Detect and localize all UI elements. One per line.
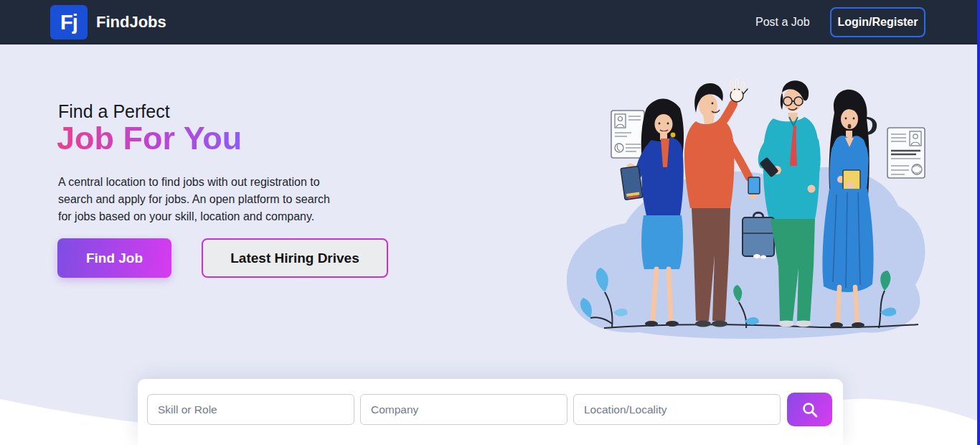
search-icon — [801, 400, 819, 419]
post-a-job-link[interactable]: Post a Job — [755, 0, 810, 44]
job-search-bar — [138, 379, 843, 445]
hero-description: A central location to find jobs with out… — [58, 174, 341, 225]
resume-icon — [611, 111, 644, 158]
hero-heading-line1: Find a Perfect — [58, 101, 170, 122]
find-job-button[interactable]: Find Job — [57, 238, 171, 278]
login-register-button[interactable]: Login/Register — [830, 7, 925, 37]
resume-icon — [887, 128, 925, 178]
company-input[interactable] — [360, 394, 567, 425]
brand-name: FindJobs — [96, 0, 166, 44]
findjobs-logo-icon[interactable]: Fj — [50, 5, 88, 39]
hero-heading-line2: Job For You — [57, 120, 242, 157]
latest-hiring-drives-button[interactable]: Latest Hiring Drives — [202, 238, 388, 278]
search-button[interactable] — [787, 393, 832, 426]
right-edge-stripe — [977, 0, 980, 445]
skill-or-role-input[interactable] — [147, 394, 354, 425]
hero-illustration: ? — [560, 68, 947, 345]
location-input[interactable] — [573, 394, 781, 425]
top-navbar: Fj FindJobs Post a Job Login/Register — [0, 0, 980, 44]
findjobs-landing-page: Fj FindJobs Post a Job Login/Register Fi… — [0, 0, 980, 445]
